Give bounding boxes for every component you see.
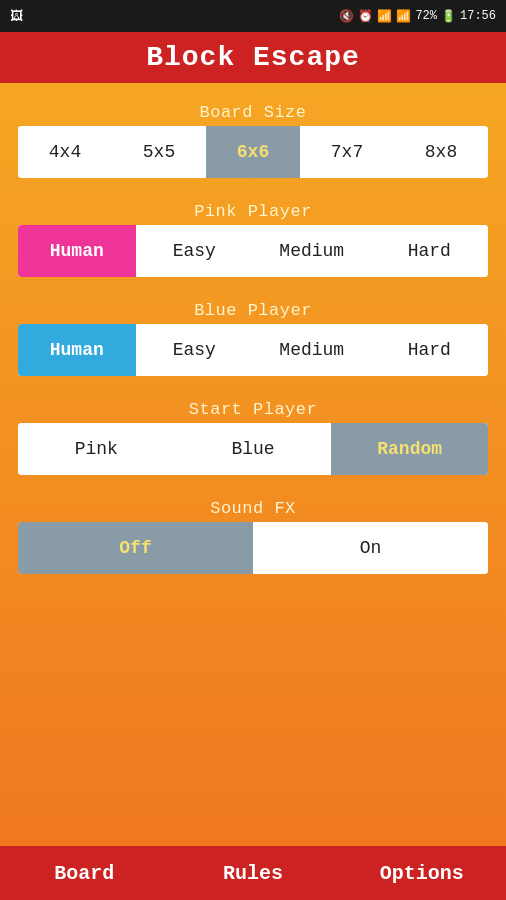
footer-rules[interactable]: Rules: [169, 850, 338, 897]
blue-player-label: Blue Player: [18, 301, 488, 320]
start-player-label: Start Player: [18, 400, 488, 419]
blue-player-section: Blue Player Human Easy Medium Hard: [18, 301, 488, 382]
start-player-pink[interactable]: Pink: [18, 423, 175, 475]
blue-player-hard[interactable]: Hard: [371, 324, 489, 376]
board-size-7x7[interactable]: 7x7: [300, 126, 394, 178]
sound-fx-label: Sound FX: [18, 499, 488, 518]
image-icon: 🖼: [10, 9, 23, 24]
footer-nav: Board Rules Options: [0, 846, 506, 900]
status-bar: 🖼 🔇 ⏰ 📶 📶 72% 🔋 17:56: [0, 0, 506, 32]
blue-player-easy[interactable]: Easy: [136, 324, 254, 376]
board-size-section: Board Size 4x4 5x5 6x6 7x7 8x8: [18, 103, 488, 184]
board-size-8x8[interactable]: 8x8: [394, 126, 488, 178]
sound-fx-section: Sound FX Off On: [18, 499, 488, 580]
sound-fx-toggle: Off On: [18, 522, 488, 574]
pink-player-label: Pink Player: [18, 202, 488, 221]
sound-fx-off[interactable]: Off: [18, 522, 253, 574]
battery-text: 72%: [415, 9, 437, 23]
battery-icon: 🔋: [441, 9, 456, 24]
board-size-5x5[interactable]: 5x5: [112, 126, 206, 178]
mute-icon: 🔇: [339, 9, 354, 24]
start-player-random[interactable]: Random: [331, 423, 488, 475]
blue-player-medium[interactable]: Medium: [253, 324, 371, 376]
start-player-blue[interactable]: Blue: [175, 423, 332, 475]
board-size-6x6[interactable]: 6x6: [206, 126, 300, 178]
pink-player-section: Pink Player Human Easy Medium Hard: [18, 202, 488, 283]
board-size-4x4[interactable]: 4x4: [18, 126, 112, 178]
alarm-icon: ⏰: [358, 9, 373, 24]
start-player-toggle: Pink Blue Random: [18, 423, 488, 475]
wifi-icon: 📶: [377, 9, 392, 24]
main-content: Board Size 4x4 5x5 6x6 7x7 8x8 Pink Play…: [0, 83, 506, 846]
pink-player-easy[interactable]: Easy: [136, 225, 254, 277]
start-player-section: Start Player Pink Blue Random: [18, 400, 488, 481]
pink-player-hard[interactable]: Hard: [371, 225, 489, 277]
signal-icon: 📶: [396, 9, 411, 24]
footer-options[interactable]: Options: [337, 850, 506, 897]
board-size-label: Board Size: [18, 103, 488, 122]
blue-player-human[interactable]: Human: [18, 324, 136, 376]
pink-player-toggle: Human Easy Medium Hard: [18, 225, 488, 277]
app-header: Block Escape: [0, 32, 506, 83]
time-display: 17:56: [460, 9, 496, 23]
sound-fx-on[interactable]: On: [253, 522, 488, 574]
app-title: Block Escape: [0, 42, 506, 73]
blue-player-toggle: Human Easy Medium Hard: [18, 324, 488, 376]
pink-player-medium[interactable]: Medium: [253, 225, 371, 277]
board-size-toggle: 4x4 5x5 6x6 7x7 8x8: [18, 126, 488, 178]
footer-board[interactable]: Board: [0, 850, 169, 897]
pink-player-human[interactable]: Human: [18, 225, 136, 277]
